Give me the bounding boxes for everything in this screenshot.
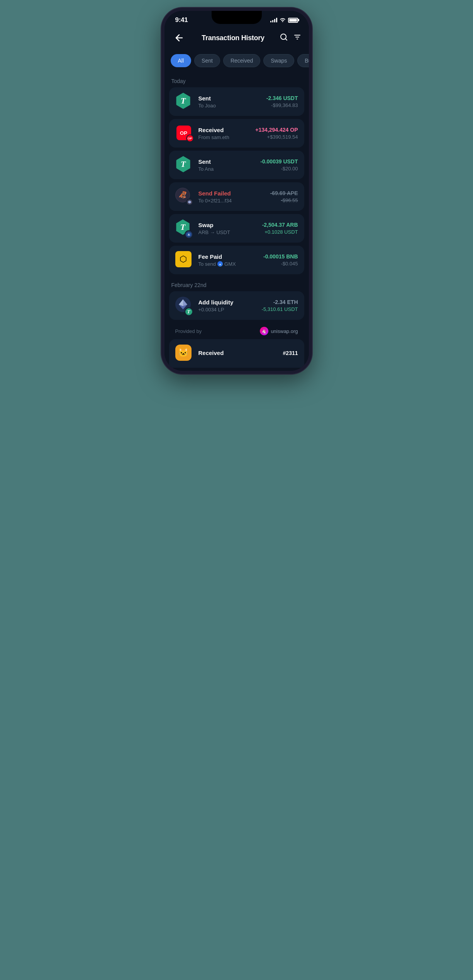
status-icons	[270, 17, 298, 23]
tx-icon-usdt-2: T	[175, 156, 193, 174]
transaction-item[interactable]: 🦧 Ξ Send Failed To 0×2f21...f34 -69.69 A…	[169, 182, 304, 211]
tx-icon-op: OP OP	[175, 124, 193, 142]
filter-tabs: All Sent Received Swaps Buy Se	[164, 51, 309, 73]
search-icon[interactable]	[280, 33, 288, 43]
tx-amount-secondary: -$20.00	[260, 166, 298, 172]
header: Transaction History	[164, 27, 309, 51]
tx-amount-primary: -2.34 ETH	[262, 299, 298, 305]
tab-sent[interactable]: Sent	[194, 54, 220, 67]
provided-by-source[interactable]: 🦄 uniswap.org	[260, 327, 298, 335]
notch	[212, 11, 262, 24]
tx-title: Received	[198, 127, 250, 133]
tx-subtitle: To send ▲ GMX	[198, 261, 258, 267]
tx-title-failed: Send Failed	[198, 190, 265, 197]
tab-received[interactable]: Received	[223, 54, 260, 67]
transaction-item[interactable]: ⬡ Fee Paid To send ▲ GMX -0.00015 BNB -$…	[169, 246, 304, 274]
filter-icon[interactable]	[294, 34, 301, 42]
wifi-icon	[280, 17, 286, 23]
tx-amount-primary: -2.346 USDT	[266, 95, 298, 101]
status-time: 9:41	[175, 16, 188, 24]
tx-icon-nft: 🐱	[175, 345, 193, 362]
tx-title: Sent	[198, 95, 261, 102]
tx-amount-secondary: -$96.55	[270, 197, 298, 203]
gmx-icon: ▲	[217, 261, 223, 267]
provided-by-url: uniswap.org	[271, 328, 298, 334]
tx-title: Received	[198, 350, 278, 356]
tx-amount-secondary: +0.1028 USDT	[262, 229, 298, 235]
section-feb22: February 22nd	[169, 277, 304, 291]
transaction-item[interactable]: 🐱 Received #2311	[169, 339, 304, 368]
transaction-list: Today T Sent To Joao -2.346 USDT -$99,36…	[164, 73, 309, 368]
svg-text:A: A	[188, 233, 190, 236]
tx-subtitle: +0.0034 LP	[198, 307, 256, 313]
tx-title: Add liquidity	[198, 299, 256, 306]
tx-amount-secondary: -$0.045	[263, 261, 298, 267]
transaction-item[interactable]: T A Swap ARB → USDT -2,504.37 ARB +0.102…	[169, 214, 304, 243]
tx-icon-usdt-1: T	[175, 93, 193, 110]
tx-subtitle: From sam.eth	[198, 134, 250, 140]
tab-swaps[interactable]: Swaps	[263, 54, 294, 67]
phone-frame: 9:41 Transaction History	[161, 8, 312, 374]
transaction-item[interactable]: T Sent To Ana -0.00039 USDT -$20.00	[169, 151, 304, 179]
tx-subtitle: To Joao	[198, 103, 261, 109]
tx-title: Sent	[198, 158, 255, 165]
transaction-item[interactable]: OP OP Received From sam.eth +134,294.424…	[169, 119, 304, 148]
tx-title: Fee Paid	[198, 253, 258, 260]
tx-icon-ape: 🦧 Ξ	[175, 188, 193, 206]
tx-title: Swap	[198, 222, 257, 228]
tx-amount-primary: -0.00015 BNB	[263, 253, 298, 260]
tx-subtitle: To Ana	[198, 166, 255, 172]
tx-amount-primary: -69.69 APE	[270, 190, 298, 196]
transaction-item[interactable]: T Add liquidity +0.0034 LP -2.34 ETH -5,…	[169, 291, 304, 320]
tx-icon-eth: T	[175, 297, 193, 314]
tx-amount-secondary: -$99,364.83	[266, 102, 298, 108]
tx-amount-primary: +134,294.424 OP	[255, 127, 298, 133]
provided-by-label: Provided by	[175, 328, 202, 334]
transaction-item[interactable]: T Sent To Joao -2.346 USDT -$99,364.83	[169, 87, 304, 116]
signal-icon	[270, 18, 277, 22]
tx-amount-secondary: -5,310.61 USDT	[262, 306, 298, 312]
tab-buy[interactable]: Buy	[297, 54, 309, 67]
tx-icon-bnb: ⬡	[175, 251, 193, 269]
back-button[interactable]	[172, 31, 186, 45]
tx-amount-primary: -0.00039 USDT	[260, 158, 298, 165]
page-title: Transaction History	[202, 34, 264, 42]
battery-icon	[288, 18, 298, 23]
section-today: Today	[169, 73, 304, 87]
tx-amount-secondary: +$390,519.54	[255, 134, 298, 140]
tx-icon-arb: T A	[175, 219, 193, 237]
tx-subtitle: To 0×2f21...f34	[198, 198, 265, 204]
header-actions	[280, 33, 301, 43]
tx-amount-primary: -2,504.37 ARB	[262, 222, 298, 228]
provided-by-section: Provided by 🦄 uniswap.org	[169, 323, 304, 339]
tab-all[interactable]: All	[171, 54, 192, 67]
tx-amount-primary: #2311	[283, 350, 298, 356]
uniswap-logo: 🦄	[260, 327, 268, 335]
tx-subtitle: ARB → USDT	[198, 229, 257, 235]
